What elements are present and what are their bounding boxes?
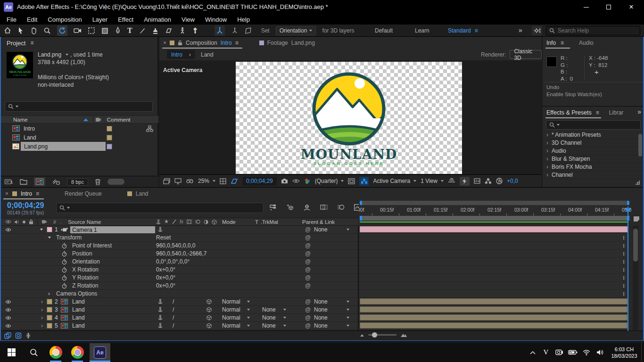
- menu-help[interactable]: Help: [237, 16, 250, 23]
- menu-animation[interactable]: Animation: [144, 16, 171, 23]
- eye-icon[interactable]: [5, 316, 11, 320]
- layer-row-land-2[interactable]: › 2 Land / Normal @ None: [0, 298, 358, 306]
- blend-mode-dropdown[interactable]: Normal: [222, 298, 250, 305]
- expand-icon[interactable]: ›: [546, 172, 548, 178]
- taskbar-chrome-1[interactable]: [46, 343, 65, 362]
- eye-icon[interactable]: [5, 324, 11, 328]
- speaker-icon[interactable]: [593, 349, 607, 355]
- local-axis-mode-icon[interactable]: [215, 25, 225, 36]
- home-icon[interactable]: [4, 27, 11, 34]
- effects-category[interactable]: ›Boris FX Mocha: [543, 163, 644, 171]
- tab-footage-name[interactable]: Land.png: [291, 40, 315, 46]
- draft-3d-icon[interactable]: [286, 204, 294, 211]
- menu-window[interactable]: Window: [205, 16, 227, 23]
- pick-whip-icon[interactable]: @: [305, 266, 311, 273]
- channels-icon[interactable]: [304, 178, 311, 184]
- tab-render-queue[interactable]: Render Queue: [65, 190, 102, 197]
- expand-icon[interactable]: ›: [41, 306, 43, 313]
- footage-name-dropdown-icon[interactable]: [66, 54, 68, 56]
- camera-tool-icon[interactable]: [74, 27, 82, 34]
- view-axis-mode-icon[interactable]: [245, 27, 252, 34]
- tray-v-app-icon[interactable]: V: [539, 348, 553, 356]
- stereo-glasses-icon[interactable]: [186, 178, 194, 184]
- comp-flowchart-icon[interactable]: [485, 178, 492, 184]
- timeline-search-input[interactable]: [72, 205, 251, 211]
- stopwatch-icon[interactable]: [62, 251, 67, 257]
- footage-name[interactable]: Land.png: [38, 51, 61, 58]
- lock-column-icon[interactable]: [29, 219, 33, 224]
- stopwatch-icon[interactable]: [62, 267, 67, 273]
- pick-whip-icon[interactable]: @: [305, 250, 311, 257]
- composition-mini-flowchart-icon[interactable]: [269, 204, 277, 211]
- hand-tool-icon[interactable]: [30, 27, 37, 34]
- expand-layer-switches-icon[interactable]: [4, 332, 11, 339]
- blend-mode-dropdown[interactable]: Normal: [222, 306, 250, 313]
- tab-audio[interactable]: Audio: [579, 40, 594, 46]
- zoom-out-mountain-icon[interactable]: [360, 333, 364, 337]
- fast-previews-icon[interactable]: [460, 177, 470, 186]
- property-row-x-rotation[interactable]: X Rotation 0x+0,0° @: [0, 266, 358, 274]
- 3d-switch-icon[interactable]: [206, 307, 212, 313]
- property-group-transform[interactable]: Transform Reset @: [0, 234, 358, 242]
- property-value[interactable]: 0x+0,0°: [156, 274, 175, 281]
- zoom-slider-knob[interactable]: [372, 332, 377, 337]
- property-row-y-rotation[interactable]: Y Rotation 0x+0,0° @: [0, 274, 358, 282]
- eye-column-icon[interactable]: [5, 220, 11, 224]
- pick-whip-icon[interactable]: @: [305, 226, 311, 233]
- parent-dropdown[interactable]: None: [314, 306, 349, 313]
- blend-mode-dropdown[interactable]: Normal: [222, 322, 250, 329]
- collapse-toggle-icon[interactable]: [48, 234, 51, 241]
- breadcrumb[interactable]: Intro ‹: [167, 50, 195, 59]
- parent-dropdown[interactable]: None: [314, 298, 349, 305]
- eye-icon[interactable]: [5, 308, 11, 312]
- resolution-dropdown[interactable]: (Quarter): [315, 178, 344, 184]
- sort-ascending-icon[interactable]: [83, 118, 88, 121]
- quality-switch[interactable]: /: [173, 306, 174, 313]
- monitor-icon[interactable]: [174, 178, 182, 184]
- show-desktop-button[interactable]: [641, 343, 644, 362]
- selection-tool-icon[interactable]: [17, 27, 24, 34]
- timeline-zoom-control[interactable]: [360, 332, 407, 337]
- view-layout-dropdown[interactable]: 1 View: [421, 178, 444, 184]
- exposure-icon[interactable]: [496, 178, 503, 184]
- effects-category[interactable]: ›Audio: [543, 147, 644, 155]
- column-source-name[interactable]: Source Name: [68, 219, 101, 225]
- workspace-standard[interactable]: Standard: [448, 27, 471, 34]
- property-value[interactable]: 960,0,540,0,0,0: [156, 242, 195, 249]
- switch-anchor-icon[interactable]: [158, 227, 163, 232]
- tab-info[interactable]: Info: [546, 40, 556, 46]
- project-row-intro[interactable]: Intro: [0, 124, 158, 133]
- minimize-button[interactable]: [575, 0, 597, 14]
- search-options-icon[interactable]: [557, 124, 560, 126]
- effects-category[interactable]: ›* Animation Presets: [543, 131, 644, 139]
- land-duration-bar[interactable]: [360, 306, 627, 313]
- close-tab-icon[interactable]: ×: [163, 40, 166, 46]
- quality-switch[interactable]: /: [173, 322, 174, 329]
- close-tab-icon[interactable]: ×: [5, 190, 8, 197]
- exposure-value[interactable]: +0,0: [507, 178, 518, 184]
- motion-blur-icon[interactable]: [337, 204, 345, 210]
- project-settings-icon[interactable]: [52, 179, 60, 185]
- eye-icon[interactable]: [5, 300, 11, 304]
- tab-timeline-intro[interactable]: Intro: [21, 190, 32, 197]
- layer-row-camera[interactable]: 1 Camera 1 @ None: [0, 226, 358, 234]
- pan-behind-tool-icon[interactable]: [88, 27, 95, 34]
- zoom-slider-track[interactable]: [368, 334, 396, 336]
- quality-switch[interactable]: /: [173, 298, 174, 305]
- panel-grip-icon[interactable]: [635, 180, 640, 185]
- comp-panel-menu-icon[interactable]: ≡: [235, 40, 239, 46]
- trash-icon[interactable]: [95, 179, 101, 185]
- land-duration-bar[interactable]: [360, 314, 627, 321]
- effects-category[interactable]: ›3D Channel: [543, 139, 644, 147]
- shape-tool-icon[interactable]: [101, 27, 108, 34]
- puppet-tool-icon[interactable]: [179, 27, 186, 34]
- zoom-tool-icon[interactable]: [43, 27, 51, 34]
- project-panel-menu-icon[interactable]: ≡: [30, 40, 33, 46]
- expand-icon[interactable]: ›: [546, 164, 548, 170]
- layer-color-chip[interactable]: [47, 315, 52, 321]
- column-mode[interactable]: Mode: [222, 219, 236, 225]
- pick-whip-icon[interactable]: @: [305, 298, 311, 305]
- menu-effect[interactable]: Effect: [118, 16, 133, 23]
- layer-name[interactable]: Land: [72, 322, 85, 329]
- property-value[interactable]: 0,0°,0,0°,0,0°: [156, 258, 190, 265]
